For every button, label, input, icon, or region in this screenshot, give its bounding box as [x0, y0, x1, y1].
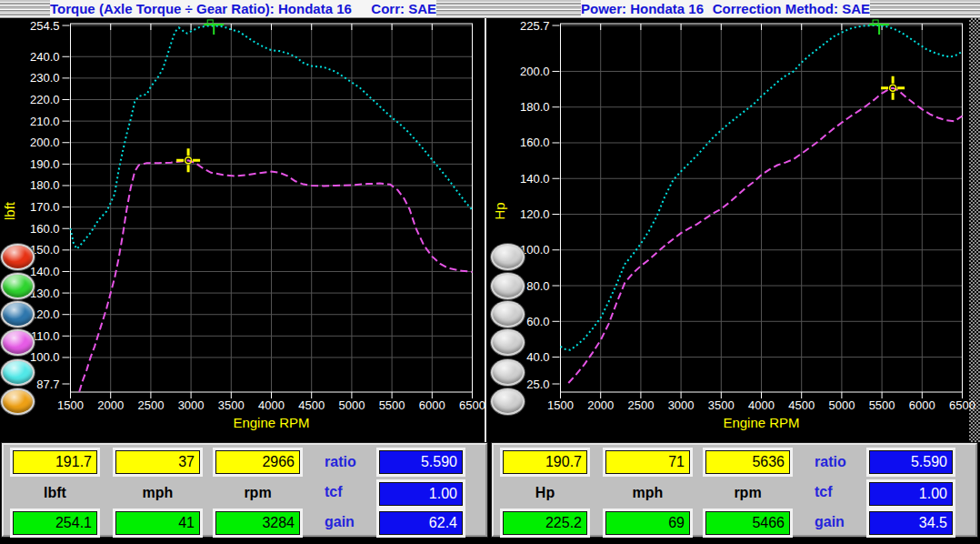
- x-tick-label: 4000: [748, 398, 775, 412]
- y-tick-label: 200.0: [30, 136, 60, 149]
- y-tick-label: 160.0: [520, 136, 550, 149]
- y-tick-label: 254.5: [30, 19, 60, 33]
- speed-peak-value: 69: [605, 511, 690, 535]
- x-tick-label: 2000: [97, 398, 124, 412]
- torque-peak-value: 254.1: [13, 511, 97, 535]
- x-tick-label: 3000: [178, 398, 205, 412]
- y-tick-label: 210.0: [30, 115, 60, 128]
- trace-button-cyan[interactable]: [3, 361, 33, 384]
- trace-button-blue[interactable]: [3, 303, 33, 326]
- power-readout-panel: 190.7 71 5636 Hp mph rpm 225.2 69 5466 r…: [492, 443, 977, 537]
- trace-button-green[interactable]: [3, 275, 33, 297]
- y-tick-label: 120.0: [520, 207, 550, 221]
- y-axis-label: lbft: [2, 201, 17, 220]
- torque-chart: 1500200025003000350040004500500055006000…: [0, 18, 490, 441]
- x-axis-label: Engine RPM: [723, 415, 799, 430]
- y-axis-label: Hp: [492, 202, 507, 219]
- rpm-cursor-value: 2966: [215, 450, 300, 474]
- tcf-field[interactable]: 1.00: [869, 482, 953, 506]
- torque-cursor-value: 191.7: [13, 450, 97, 474]
- trace-button-red[interactable]: [3, 246, 33, 268]
- torque-title-text: Torque (Axle Torque ÷ Gear Ratio): Honda…: [50, 1, 352, 16]
- speed-unit-label: mph: [605, 485, 690, 501]
- x-tick-label: 5500: [869, 398, 895, 412]
- x-tick-label: 4000: [258, 398, 285, 412]
- y-tick-label: 170.0: [30, 200, 60, 214]
- x-tick-label: 5000: [338, 398, 365, 412]
- x-tick-label: 3000: [668, 398, 695, 412]
- torque-readout-panel: 191.7 37 2966 lbft mph rpm 254.1 41 3284…: [2, 443, 487, 537]
- power-peak-value: 225.2: [503, 511, 587, 535]
- x-tick-label: 1500: [57, 398, 84, 412]
- gain-label: gain: [325, 514, 355, 530]
- rpm-unit-label: rpm: [215, 485, 300, 501]
- gain-label: gain: [815, 514, 845, 530]
- x-tick-label: 3500: [708, 398, 735, 412]
- ratio-field[interactable]: 5.590: [379, 450, 463, 474]
- y-tick-label: 240.0: [30, 50, 60, 64]
- ratio-label: ratio: [325, 454, 356, 470]
- rpm-cursor-value: 5636: [705, 450, 790, 474]
- y-tick-label: 60.0: [526, 315, 549, 328]
- y-tick-label: 200.0: [520, 65, 550, 78]
- rpm-peak-value: 5466: [705, 511, 790, 535]
- y-tick-label: 140.0: [520, 172, 550, 186]
- speed-unit-label: mph: [115, 485, 200, 501]
- trace-button-gray[interactable]: [493, 303, 523, 326]
- torque-correction-text: Corr: SAE: [371, 1, 436, 16]
- x-tick-label: 6500: [459, 398, 485, 412]
- power-chart-title: Power: Hondata 16Correction Method: SAE: [581, 0, 870, 17]
- measured-power-curve: [568, 88, 962, 383]
- y-tick-label: 180.0: [30, 178, 60, 192]
- power-cursor-value: 190.7: [503, 450, 587, 474]
- y-tick-label: 160.0: [30, 222, 60, 236]
- trace-button-orange[interactable]: [3, 390, 33, 413]
- dyno-app-window: Torque (Axle Torque ÷ Gear Ratio): Honda…: [0, 0, 980, 544]
- trace-button-gray[interactable]: [493, 275, 523, 297]
- x-tick-label: 6000: [909, 398, 935, 412]
- speed-peak-value: 41: [115, 511, 200, 535]
- x-tick-label: 2500: [627, 398, 654, 412]
- trace-button-gray[interactable]: [493, 361, 523, 384]
- gain-field[interactable]: 62.4: [379, 511, 463, 535]
- chart-headers-bar: Torque (Axle Torque ÷ Gear Ratio): Honda…: [0, 0, 980, 18]
- gain-field[interactable]: 34.5: [869, 511, 953, 535]
- x-tick-label: 5000: [828, 398, 855, 412]
- power-title-text: Power: Hondata 16: [581, 1, 704, 16]
- power-chart: 1500200025003000350040004500500055006000…: [490, 18, 980, 441]
- y-tick-label: 180.0: [520, 100, 550, 114]
- y-tick-label: 190.0: [30, 157, 60, 171]
- y-tick-label: 130.0: [30, 287, 60, 300]
- charts-area: 1500200025003000350040004500500055006000…: [0, 18, 980, 443]
- y-tick-label: 80.0: [526, 279, 549, 293]
- trace-button-gray[interactable]: [493, 390, 523, 413]
- x-tick-label: 3500: [218, 398, 245, 412]
- rpm-unit-label: rpm: [705, 485, 790, 501]
- trace-button-magenta[interactable]: [3, 331, 33, 354]
- power-correction-text: Correction Method: SAE: [713, 1, 870, 16]
- speed-cursor-value: 37: [115, 450, 200, 474]
- y-tick-label: 140.0: [30, 265, 60, 278]
- y-tick-label: 150.0: [30, 243, 60, 257]
- tcf-field[interactable]: 1.00: [379, 482, 463, 506]
- power-unit-label: Hp: [503, 485, 587, 501]
- y-tick-label: 230.0: [30, 71, 60, 85]
- trace-button-gray[interactable]: [493, 331, 523, 354]
- ratio-field[interactable]: 5.590: [869, 450, 953, 474]
- x-tick-label: 2000: [587, 398, 614, 412]
- y-tick-label: 100.0: [520, 243, 550, 257]
- torque-unit-label: lbft: [13, 485, 97, 501]
- rpm-peak-value: 3284: [215, 511, 300, 535]
- y-tick-label: 25.0: [526, 378, 549, 391]
- y-tick-label: 220.0: [30, 93, 60, 106]
- y-tick-label: 100.0: [30, 350, 60, 364]
- x-tick-label: 6000: [419, 398, 445, 412]
- x-tick-label: 4500: [788, 398, 815, 412]
- speed-cursor-value: 71: [605, 450, 690, 474]
- x-axis-label: Engine RPM: [233, 415, 309, 430]
- x-tick-label: 4500: [298, 398, 325, 412]
- ratio-label: ratio: [815, 454, 846, 470]
- y-tick-label: 40.0: [526, 350, 549, 364]
- trace-button-gray[interactable]: [493, 246, 523, 268]
- y-tick-label: 87.7: [36, 378, 59, 391]
